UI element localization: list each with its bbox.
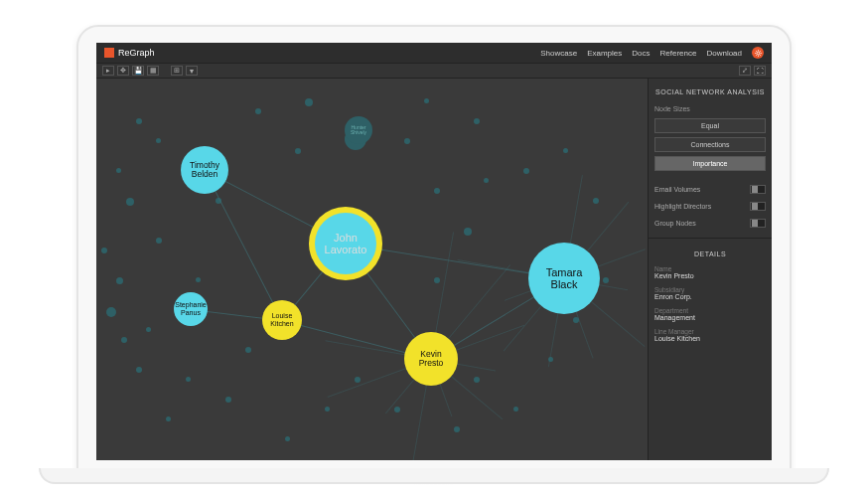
graph-bg-node[interactable] <box>305 98 313 106</box>
graph-bg-node[interactable] <box>116 168 121 173</box>
tool-fullscreen-icon[interactable]: ⛶ <box>754 66 766 76</box>
settings-icon[interactable] <box>752 47 764 59</box>
graph-node[interactable]: TimothyBelden <box>181 146 228 194</box>
graph-bg-node[interactable] <box>116 277 123 284</box>
graph-bg-node[interactable] <box>156 238 162 244</box>
svg-point-0 <box>757 52 760 55</box>
graph-bg-node[interactable] <box>355 377 361 383</box>
graph-bg-node[interactable] <box>146 327 151 332</box>
btn-equal[interactable]: Equal <box>654 118 766 133</box>
graph-bg-node[interactable] <box>126 198 134 206</box>
app-window: ReGraph Showcase Examples Docs Reference… <box>96 43 772 460</box>
nav-showcase[interactable]: Showcase <box>540 49 577 58</box>
toggle-email-volumes[interactable]: Email Volumes <box>654 183 766 196</box>
graph-bg-node[interactable] <box>106 307 116 317</box>
graph-bg-node[interactable] <box>454 426 460 432</box>
btn-importance[interactable]: Importance <box>654 156 766 171</box>
graph-node[interactable]: JohnLavorato <box>315 213 376 274</box>
graph-bg-node[interactable] <box>404 138 410 144</box>
titlebar: ReGraph Showcase Examples Docs Reference… <box>96 43 772 63</box>
panel-title: SOCIAL NETWORK ANALYSIS <box>654 84 766 99</box>
tool-cursor-icon[interactable]: ▸ <box>102 66 114 76</box>
detail-department: Department Management <box>654 307 766 324</box>
graph-node[interactable]: StephaniePanus <box>174 292 208 326</box>
toggle-switch[interactable] <box>750 185 766 194</box>
graph-bg-node[interactable] <box>121 337 127 343</box>
toggle-highlight-directors[interactable]: Highlight Directors <box>654 200 766 213</box>
nav-download[interactable]: Download <box>706 49 742 58</box>
details-title: DETAILS <box>654 247 766 261</box>
graph-bg-node[interactable] <box>225 397 231 403</box>
detail-name: Name Kevin Presto <box>654 265 766 282</box>
tool-expand-icon[interactable]: ⤢ <box>739 66 751 76</box>
graph-bg-node[interactable] <box>523 168 529 174</box>
graph-bg-node[interactable] <box>101 248 107 253</box>
graph-bg-node[interactable] <box>295 148 301 154</box>
graph-bg-node[interactable] <box>474 118 480 124</box>
graph-node[interactable]: TamaraBlack <box>528 243 600 314</box>
tool-save-icon[interactable]: 💾 <box>132 66 144 76</box>
graph-bg-node[interactable] <box>394 407 400 413</box>
tool-filter-icon[interactable]: ▼ <box>186 66 198 76</box>
graph-bg-node[interactable] <box>484 178 489 183</box>
graph-bg-node[interactable] <box>434 277 440 283</box>
btn-connections[interactable]: Connections <box>654 137 766 152</box>
brand-text: ReGraph <box>118 48 155 58</box>
graph-bg-node[interactable] <box>325 407 330 412</box>
graph-bg-node[interactable] <box>464 228 472 236</box>
graph-bg-node[interactable] <box>424 98 429 103</box>
graph-node[interactable]: LouiseKitchen <box>262 300 302 340</box>
top-nav: Showcase Examples Docs Reference Downloa… <box>540 47 764 59</box>
graph-bg-node[interactable] <box>156 138 161 143</box>
graph-bg-node[interactable] <box>563 148 568 153</box>
nav-examples[interactable]: Examples <box>587 49 622 58</box>
toggle-group-nodes[interactable]: Group Nodes <box>654 217 766 230</box>
graph-bg-node[interactable] <box>136 367 142 373</box>
brand-icon <box>104 48 114 58</box>
graph-bg-node[interactable] <box>593 198 599 204</box>
toggle-label: Highlight Directors <box>654 203 711 210</box>
detail-subsidiary: Subsidiary Enron Corp. <box>654 286 766 303</box>
nav-docs[interactable]: Docs <box>632 49 650 58</box>
laptop-frame: ReGraph Showcase Examples Docs Reference… <box>76 25 792 472</box>
graph-edge <box>205 170 283 320</box>
graph-bg-node[interactable] <box>603 277 609 283</box>
tool-layout-icon[interactable]: ⊞ <box>171 66 183 76</box>
graph-bg-node[interactable] <box>434 188 440 194</box>
sidebar: SOCIAL NETWORK ANALYSIS Node Sizes Equal… <box>648 79 772 460</box>
tool-move-icon[interactable]: ✥ <box>117 66 129 76</box>
graph-node[interactable]: KevinPresto <box>404 332 458 386</box>
toggle-label: Email Volumes <box>654 186 700 193</box>
graph-bg-node[interactable] <box>513 407 518 412</box>
graph-bg-node[interactable] <box>245 347 251 353</box>
graph-bg-node[interactable] <box>285 436 290 441</box>
tool-grid-icon[interactable]: ▦ <box>147 66 159 76</box>
graph-bg-node[interactable] <box>186 377 191 382</box>
graph-node-bg[interactable]: Hunter Shively <box>345 116 372 144</box>
nav-reference[interactable]: Reference <box>660 49 697 58</box>
graph-bg-node[interactable] <box>136 118 142 124</box>
toggle-label: Group Nodes <box>654 220 696 227</box>
toggle-switch[interactable] <box>750 219 766 228</box>
brand: ReGraph <box>104 48 155 58</box>
graph-canvas[interactable]: Hunter ShivelyTimothyBeldenJohnLavoratoS… <box>96 79 648 460</box>
toggle-switch[interactable] <box>750 202 766 211</box>
graph-bg-node[interactable] <box>255 108 261 114</box>
graph-bg-node[interactable] <box>474 377 480 383</box>
node-sizes-label: Node Sizes <box>654 103 766 114</box>
detail-line-manager: Line Manager Louise Kitchen <box>654 328 766 345</box>
graph-bg-node[interactable] <box>166 416 171 421</box>
toolbar: ▸ ✥ 💾 ▦ ⊞ ▼ ⤢ ⛶ <box>96 63 772 79</box>
graph-bg-node[interactable] <box>196 277 201 282</box>
